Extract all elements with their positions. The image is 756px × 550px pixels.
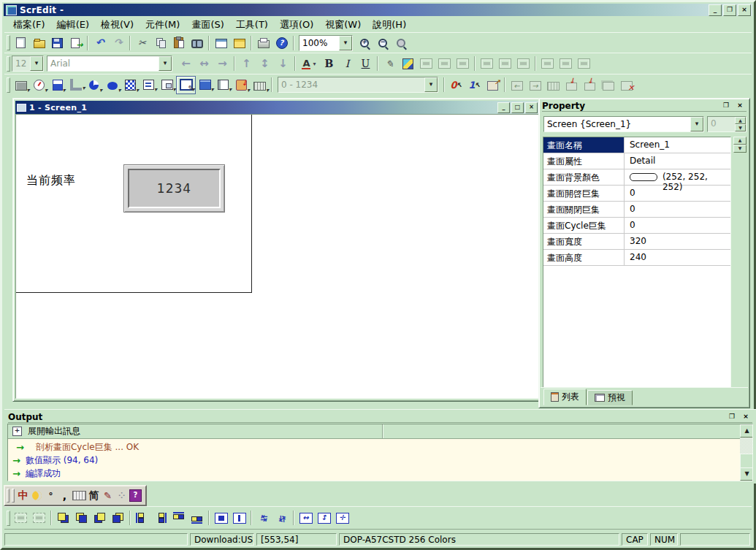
screen-window-titlebar[interactable]: 1 - Screen_1 _ □ × [15, 101, 539, 114]
frame-shrink-button[interactable] [454, 56, 472, 72]
toolbar-grip[interactable] [7, 56, 10, 72]
cut-button[interactable] [133, 34, 151, 51]
property-float-button[interactable]: ❐ [721, 102, 731, 110]
table-row[interactable]: 畫面Cycle巨集 0 [543, 218, 730, 234]
delete-screen-button[interactable] [617, 77, 635, 93]
numeric-display-element-button[interactable] [176, 76, 196, 94]
input-element-button[interactable] [140, 77, 158, 93]
chevron-down-icon[interactable] [30, 56, 43, 71]
group-button[interactable] [12, 510, 30, 527]
prev-screen-button[interactable] [508, 77, 526, 93]
table-row[interactable]: 畫面背景顏色 (252, 252, 252) [543, 169, 730, 186]
state-center-button[interactable] [496, 56, 514, 72]
copy-button[interactable] [151, 34, 169, 51]
send-backward-button[interactable] [109, 510, 127, 527]
design-canvas[interactable]: 当前频率 1234 [15, 114, 539, 399]
bring-to-front-button[interactable] [54, 510, 72, 527]
output-message[interactable]: → 數值顯示 (94, 64) [8, 454, 740, 467]
pattern-element-button[interactable] [121, 77, 140, 93]
align-text-top-button[interactable]: ↑ [237, 56, 256, 72]
scroll-up-icon[interactable]: ▲ [740, 424, 753, 438]
scrollbar-thumb[interactable] [740, 454, 753, 468]
property-value[interactable]: 0 [625, 218, 730, 233]
punctuation-comma-button[interactable]: , [58, 489, 71, 503]
table-row[interactable]: 畫面寬度 320 [543, 234, 730, 250]
rotate-button[interactable] [575, 56, 593, 72]
state-spinner[interactable]: 0 ▲ ▼ [707, 116, 747, 132]
align-text-bottom-button[interactable]: ↓ [274, 56, 292, 72]
meter-element-button[interactable] [30, 77, 48, 93]
flip-vertical-button[interactable] [557, 56, 575, 72]
open-screen-button[interactable] [230, 34, 248, 51]
paste-button[interactable] [169, 34, 188, 51]
ime-help-button[interactable]: ? [129, 489, 142, 503]
align-right-button[interactable] [151, 510, 169, 527]
bring-forward-button[interactable] [91, 510, 109, 527]
save-button[interactable] [48, 34, 66, 51]
send-to-back-button[interactable] [72, 510, 91, 527]
property-target-combo[interactable]: Screen {Screen_1} [543, 116, 704, 132]
align-text-middle-button[interactable]: ↕ [256, 56, 274, 72]
undo-button[interactable] [91, 34, 109, 51]
ime-mode-button[interactable]: 中 [17, 489, 29, 503]
zoom-out-button[interactable] [373, 34, 392, 51]
property-label[interactable]: 畫面高度 [543, 250, 625, 265]
font-name-combo[interactable]: Arial [47, 56, 172, 72]
same-width-button[interactable]: ↔ [297, 510, 315, 527]
message-display-element-button[interactable] [196, 77, 214, 93]
menu-view[interactable]: 檢視(V) [95, 17, 140, 33]
bitmap-edit-button[interactable] [399, 56, 417, 72]
toolbar-grip[interactable] [7, 77, 10, 93]
screen-minimize-button[interactable]: _ [497, 102, 510, 113]
static-text-element[interactable]: 当前频率 [26, 173, 76, 188]
property-label[interactable]: 畫面開啓巨集 [543, 186, 625, 201]
align-text-center-button[interactable]: ↔ [195, 56, 213, 72]
copy-screen-button[interactable] [599, 77, 617, 93]
menu-window[interactable]: 視窗(W) [319, 17, 367, 33]
same-height-button[interactable]: ↕ [315, 510, 333, 527]
chevron-down-icon[interactable] [424, 77, 438, 92]
soft-keyboard-button[interactable] [72, 489, 86, 503]
toolbar-grip[interactable] [7, 35, 10, 50]
screen-element-button[interactable] [158, 77, 176, 93]
property-label[interactable]: 畫面屬性 [543, 153, 625, 169]
output-expand-header[interactable]: + 展開輸出訊息 [8, 424, 740, 439]
toolbar-grip[interactable] [7, 511, 10, 526]
spin-up-icon[interactable]: ▲ [733, 137, 747, 145]
handwriting-button[interactable]: ✎ [102, 489, 114, 503]
circle-element-button[interactable] [103, 77, 121, 93]
menu-help[interactable]: 說明(H) [367, 17, 412, 33]
property-value[interactable]: 320 [625, 234, 730, 249]
output-float-button[interactable]: ❐ [727, 413, 737, 421]
align-text-right-button[interactable]: → [213, 56, 232, 72]
menu-screen[interactable]: 畫面(S) [186, 17, 229, 33]
numeric-display-element[interactable]: 1234 [123, 164, 225, 213]
menu-edit[interactable]: 編輯(E) [51, 17, 95, 33]
element-property-button[interactable] [484, 77, 502, 93]
space-across-button[interactable]: ↹ [254, 510, 272, 527]
export-button[interactable] [66, 34, 85, 51]
output-message[interactable]: → 編譯成功 [8, 467, 740, 480]
pen-style-button[interactable] [381, 56, 399, 72]
chevron-down-icon[interactable] [690, 117, 703, 131]
output-close-button[interactable]: × [741, 413, 751, 421]
button-element-button[interactable] [12, 77, 30, 93]
align-text-left-button[interactable]: ← [177, 56, 195, 72]
property-label[interactable]: 畫面寬度 [543, 234, 625, 249]
spin-down-icon[interactable]: ▼ [733, 145, 747, 153]
simplified-button[interactable]: 简 [88, 489, 100, 503]
alarm-element-button[interactable] [232, 77, 251, 93]
zoom-tool-button[interactable] [392, 34, 410, 51]
new-screen-button[interactable] [212, 34, 230, 51]
property-panel-titlebar[interactable]: Property ❐ × [542, 100, 747, 112]
align-top-button[interactable] [169, 510, 188, 527]
property-value[interactable]: Detail [625, 153, 730, 169]
download-screen-button[interactable] [562, 77, 581, 93]
tools-button[interactable]: ⁘ [115, 489, 128, 503]
property-close-button[interactable]: × [735, 102, 745, 110]
state-1-select-button[interactable]: 1 [465, 77, 484, 93]
ime-grip[interactable] [12, 489, 15, 503]
scale-element-button[interactable] [214, 77, 232, 93]
pie-element-button[interactable] [85, 77, 103, 93]
screen-maximize-button[interactable]: □ [511, 102, 524, 113]
